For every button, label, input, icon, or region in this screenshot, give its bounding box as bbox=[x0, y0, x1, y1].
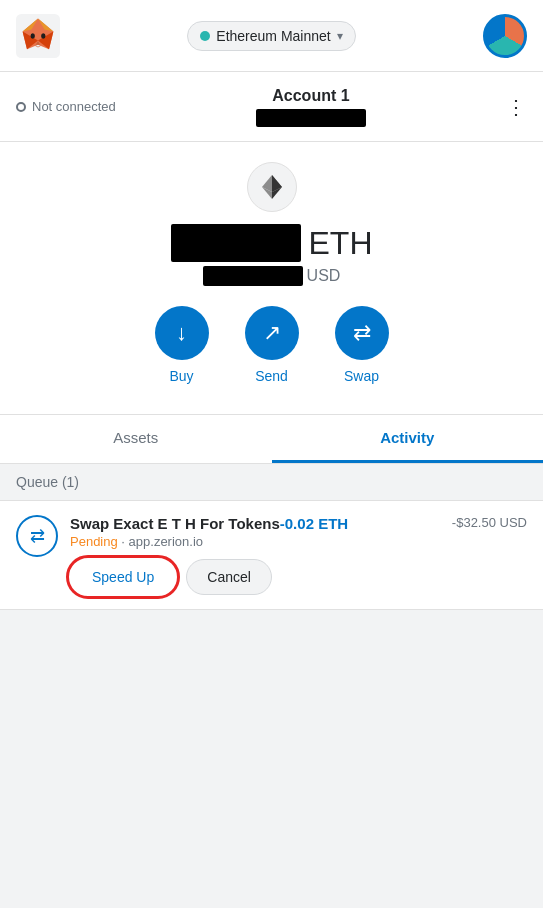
speed-up-button[interactable]: Speed Up bbox=[70, 559, 176, 595]
account-options-button[interactable]: ⋮ bbox=[506, 95, 527, 119]
eth-balance-row: ETH bbox=[171, 224, 373, 262]
transaction-usd-amount: -$32.50 USD bbox=[452, 515, 527, 530]
network-selector[interactable]: Ethereum Mainnet ▾ bbox=[187, 21, 355, 51]
eth-balance-value bbox=[171, 224, 301, 262]
svg-point-7 bbox=[41, 33, 45, 38]
transaction-separator: · bbox=[121, 534, 128, 549]
swap-icon: ⇄ bbox=[353, 320, 371, 346]
swap-button[interactable]: ⇄ Swap bbox=[335, 306, 389, 384]
transaction-eth-amount: -0.02 ETH bbox=[280, 515, 348, 532]
tab-activity[interactable]: Activity bbox=[272, 415, 544, 463]
tab-assets[interactable]: Assets bbox=[0, 415, 272, 463]
eth-label: ETH bbox=[309, 225, 373, 262]
buy-label: Buy bbox=[169, 368, 193, 384]
buy-icon: ↓ bbox=[176, 320, 187, 346]
cancel-transaction-button[interactable]: Cancel bbox=[186, 559, 272, 595]
swap-transaction-icon: ⇄ bbox=[16, 515, 58, 557]
app-header: Ethereum Mainnet ▾ bbox=[0, 0, 543, 72]
network-name: Ethereum Mainnet bbox=[216, 28, 330, 44]
account-name: Account 1 bbox=[272, 87, 349, 105]
action-buttons: ↓ Buy ↗ Send ⇄ Swap bbox=[139, 306, 405, 404]
main-tabs: Assets Activity bbox=[0, 415, 543, 464]
account-info: Account 1 bbox=[256, 87, 366, 127]
svg-marker-10 bbox=[272, 175, 282, 192]
account-address bbox=[256, 109, 366, 127]
buy-button[interactable]: ↓ Buy bbox=[155, 306, 209, 384]
transaction-item: ⇄ Swap Exact E T H For Tokens-0.02 ETH -… bbox=[0, 501, 543, 610]
chevron-down-icon: ▾ bbox=[337, 29, 343, 43]
eth-icon bbox=[247, 162, 297, 212]
transaction-title-row: Swap Exact E T H For Tokens-0.02 ETH -$3… bbox=[70, 515, 527, 532]
account-avatar[interactable] bbox=[483, 14, 527, 58]
swap-label: Swap bbox=[344, 368, 379, 384]
usd-balance-row: USD bbox=[203, 266, 341, 286]
usd-balance-value bbox=[203, 266, 303, 286]
balance-section: ETH USD ↓ Buy ↗ Send ⇄ Swap bbox=[0, 142, 543, 415]
transaction-status: Pending bbox=[70, 534, 118, 549]
not-connected-icon bbox=[16, 102, 26, 112]
account-section: Not connected Account 1 ⋮ bbox=[0, 72, 543, 142]
network-status-dot bbox=[200, 31, 210, 41]
transaction-details: Swap Exact E T H For Tokens-0.02 ETH -$3… bbox=[70, 515, 527, 595]
not-connected-label: Not connected bbox=[32, 99, 116, 114]
transaction-source: app.zerion.io bbox=[129, 534, 203, 549]
send-button[interactable]: ↗ Send bbox=[245, 306, 299, 384]
metamask-logo bbox=[16, 14, 60, 58]
send-label: Send bbox=[255, 368, 288, 384]
usd-label: USD bbox=[307, 267, 341, 285]
swap-icon-circle: ⇄ bbox=[335, 306, 389, 360]
svg-point-6 bbox=[31, 33, 35, 38]
transaction-actions: Speed Up Cancel bbox=[70, 559, 527, 595]
connection-status: Not connected bbox=[16, 99, 116, 114]
transaction-title: Swap Exact E T H For Tokens-0.02 ETH bbox=[70, 515, 348, 532]
buy-icon-circle: ↓ bbox=[155, 306, 209, 360]
send-icon-circle: ↗ bbox=[245, 306, 299, 360]
queue-label: Queue (1) bbox=[16, 474, 79, 490]
transaction-subtitle: Pending · app.zerion.io bbox=[70, 534, 527, 549]
queue-header: Queue (1) bbox=[0, 464, 543, 501]
transaction-row: ⇄ Swap Exact E T H For Tokens-0.02 ETH -… bbox=[16, 515, 527, 595]
swap-arrows-icon: ⇄ bbox=[30, 525, 45, 547]
send-icon: ↗ bbox=[263, 320, 281, 346]
